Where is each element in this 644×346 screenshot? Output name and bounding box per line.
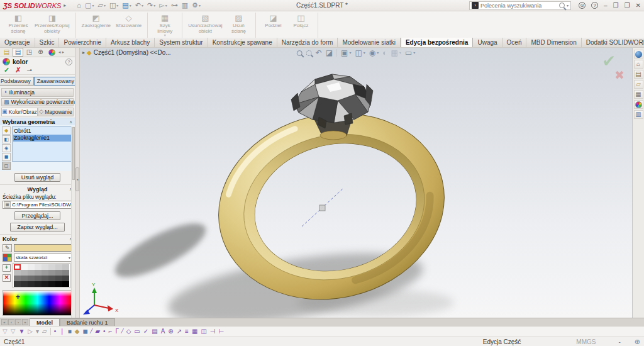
options-gear-icon[interactable]: ⚙▾ [191, 2, 201, 9]
undo-icon[interactable]: ↶▾ [135, 2, 144, 9]
palette-swatch[interactable] [55, 276, 62, 281]
model-tab-scroll-icon[interactable]: « [1, 319, 8, 325]
filter-edges-icon[interactable]: ❘ [59, 328, 64, 335]
dropdown-arrow-icon[interactable]: ▾ [92, 4, 94, 8]
splitter-grip[interactable]: ◂ [75, 167, 79, 191]
appearance-filter-icon[interactable]: ◆ [2, 126, 11, 135]
palette-swatch[interactable] [21, 276, 28, 281]
select-arrow-icon[interactable]: ▷ [28, 328, 33, 335]
maximize-icon[interactable]: ❒ [613, 3, 619, 9]
palette-swatch[interactable] [55, 270, 62, 276]
view-settings-icon[interactable]: ▭▾ [405, 49, 415, 57]
zoom-fit-icon[interactable] [297, 50, 303, 56]
filter-faces-icon[interactable]: ■ [68, 328, 72, 335]
view-palette-icon[interactable]: ▦ [634, 90, 643, 99]
palette-swatch[interactable] [48, 264, 55, 270]
search-icon[interactable] [559, 3, 565, 8]
feature-manager-tab[interactable]: ▤ [1, 48, 12, 57]
restore-icon[interactable]: ❐ [625, 3, 630, 9]
tab-uwaga[interactable]: Uwaga [473, 38, 502, 47]
grayscale-palette[interactable] [13, 263, 70, 288]
palette-swatch[interactable] [28, 270, 35, 276]
section-view-icon[interactable]: ◪ [326, 49, 333, 57]
filter-center-marks-icon[interactable]: ◇ [126, 328, 131, 335]
remove-swatch-button[interactable]: ✕ [3, 274, 11, 282]
palette-swatch[interactable] [14, 276, 21, 281]
hide-show-items-icon[interactable]: ◉▾ [369, 49, 379, 57]
filter-solid-bodies-icon[interactable]: ◼ [82, 328, 87, 335]
help-icon[interactable]: ? [591, 2, 598, 9]
add-swatch-button[interactable]: + [3, 264, 11, 272]
dropdown-arrow-icon[interactable]: ▾ [399, 51, 401, 55]
tab-scroll-arrow-icon[interactable]: ▸ [62, 50, 65, 55]
tab-operacje[interactable]: Operacje [0, 38, 35, 47]
help-icon[interactable]: ? [65, 59, 72, 65]
move-copy-bodies-button[interactable]: ◨Przenieś/Kopiujobiekty [32, 13, 72, 34]
dropdown-arrow-icon[interactable]: ▾ [142, 4, 143, 8]
browse-button[interactable]: Przeglądaj... [14, 211, 60, 220]
illumination-section-bar[interactable]: ◖ Iluminacja [1, 88, 74, 96]
tab-konstrukcje-spawane[interactable]: Konstrukcje spawane [208, 38, 277, 47]
chamfer-button[interactable]: ◇Sfazowanie [113, 13, 144, 28]
tab-edycja-bezpo-rednia[interactable]: Edycja bezpośrednia [401, 38, 473, 47]
filter-dimensions-icon[interactable]: ✓ [143, 328, 148, 335]
select-icon[interactable]: ▻▾ [158, 2, 167, 9]
filter-midpoints-icon[interactable]: ⁄ [122, 328, 123, 335]
configuration-manager-tab[interactable]: ◳ [24, 48, 35, 57]
login-icon[interactable]: ⊙ [579, 2, 586, 9]
palette-swatch[interactable] [28, 276, 35, 281]
dropdown-arrow-icon[interactable]: ▾ [364, 51, 365, 55]
dropdown-arrow-icon[interactable]: ▾ [153, 4, 155, 8]
minimize-icon[interactable]: – [604, 3, 608, 9]
tab-mapping[interactable]: ◇ Mapowanie [38, 108, 74, 116]
palette-swatch[interactable] [35, 264, 42, 270]
lasso-icon[interactable]: ▱ [42, 328, 47, 335]
palette-swatch[interactable] [21, 264, 28, 270]
threedexperience-icon[interactable] [634, 50, 643, 59]
status-globe-icon[interactable]: ⊕ [635, 338, 640, 346]
command-search[interactable]: › ▾ [469, 1, 571, 10]
filter-balloons-icon[interactable]: ⊕ [168, 328, 173, 335]
filter-active-icon[interactable]: ▼ [18, 328, 25, 335]
filter-axes-icon[interactable]: ⁄ [91, 328, 92, 335]
home-icon[interactable]: ⌂ [76, 2, 82, 9]
tab-scroll-arrow-icon[interactable]: ◂ [58, 50, 61, 55]
delete-keep-body-button[interactable]: ▧Usuń/zachowajobiekt [186, 13, 225, 34]
view-orientation-icon[interactable]: ▣▾ [341, 49, 351, 57]
surface-filter-icon[interactable]: ◈ [2, 144, 11, 152]
tab-szkic[interactable]: Szkic [35, 38, 60, 47]
resources-home-icon[interactable]: ⌂ [634, 60, 643, 69]
basic-mode-button[interactable]: Podstawowy [0, 77, 34, 86]
palette-swatch[interactable] [62, 281, 69, 287]
print-icon[interactable]: ▤▾ [121, 2, 131, 9]
move-face-button[interactable]: ◧Przenieśścianę [4, 13, 32, 34]
appearances-scenes-icon[interactable] [634, 100, 643, 109]
search-command-icon[interactable]: › [472, 2, 479, 9]
ok-button[interactable]: ✓ [4, 67, 9, 74]
breadcrumb[interactable]: ▸ ◆ Część1 (Domyślna) <<Do... [82, 49, 171, 56]
palette-swatch[interactable] [62, 264, 69, 270]
dropdown-arrow-icon[interactable]: ▾ [104, 4, 106, 8]
filter-centerlines-icon[interactable]: ▭ [134, 328, 140, 335]
status-units[interactable]: MMGS [576, 338, 596, 345]
confirm-cancel-icon[interactable]: ✖ [614, 69, 625, 81]
palette-swatch[interactable] [48, 270, 55, 276]
geometry-list-item[interactable]: Zaokrąglenie1 [13, 135, 72, 142]
dropdown-arrow-icon[interactable]: ▾ [130, 4, 131, 8]
filter-datums-icon[interactable]: ◫ [201, 328, 206, 335]
palette-swatch[interactable] [14, 270, 21, 276]
tab-narz-dzia-do-form[interactable]: Narzędzia do form [277, 38, 338, 47]
search-dropdown-icon[interactable]: ▾ [567, 3, 569, 8]
tree-flyout-arrow-icon[interactable]: ▸ [82, 50, 85, 55]
zoom-area-icon[interactable] [306, 50, 312, 56]
dropdown-arrow-icon[interactable]: ▾ [164, 34, 166, 37]
body-filter-icon[interactable]: ◼ [2, 153, 11, 161]
filter-routing-points-icon[interactable]: ⊣ [210, 328, 216, 335]
tab-dodatki-solidworks[interactable]: Dodatki SOLIDWORKS [582, 38, 644, 47]
filter-toggle-icon[interactable]: ▽ [3, 328, 8, 335]
fillet-button[interactable]: ◩Zaokrąglenie [79, 13, 113, 28]
palette-swatch[interactable] [14, 264, 21, 270]
chevron-down-icon[interactable]: ▾ [69, 255, 70, 260]
pin-icon[interactable]: ⊸ [26, 67, 31, 74]
palette-swatch[interactable] [42, 281, 48, 287]
